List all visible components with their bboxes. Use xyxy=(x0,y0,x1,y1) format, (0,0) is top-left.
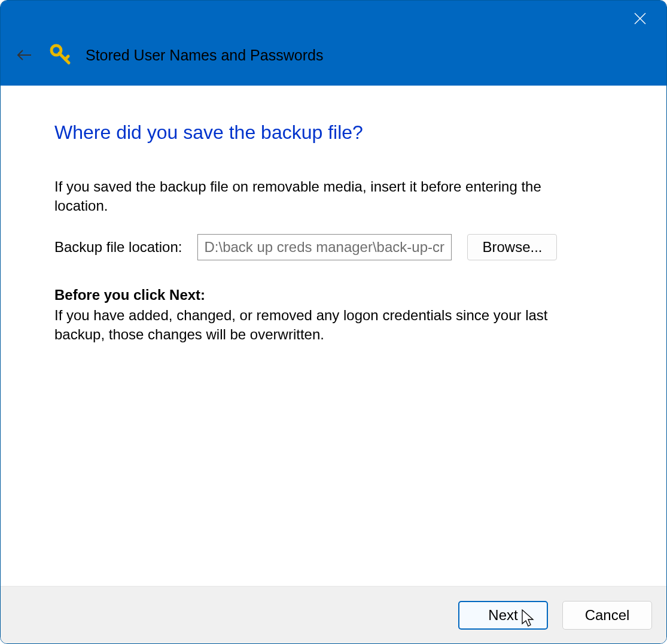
backup-location-input[interactable] xyxy=(197,234,452,260)
warning-title: Before you click Next: xyxy=(54,287,613,303)
cursor-icon xyxy=(522,609,537,627)
next-button-label: Next xyxy=(488,607,517,623)
close-button[interactable] xyxy=(626,4,654,33)
browse-button[interactable]: Browse... xyxy=(467,234,557,260)
page-heading: Where did you save the backup file? xyxy=(54,121,613,144)
header-title: Stored User Names and Passwords xyxy=(86,47,323,64)
wizard-footer: Next Cancel xyxy=(1,586,666,643)
cancel-button[interactable]: Cancel xyxy=(562,601,652,630)
content-area: Where did you save the backup file? If y… xyxy=(1,86,666,586)
next-button[interactable]: Next xyxy=(458,601,548,630)
wizard-window: Stored User Names and Passwords Where di… xyxy=(0,0,667,644)
header-bar: Stored User Names and Passwords xyxy=(1,37,666,86)
svg-marker-6 xyxy=(522,610,533,626)
svg-line-5 xyxy=(65,56,68,59)
back-arrow-icon xyxy=(14,45,35,65)
titlebar xyxy=(1,1,666,37)
back-button[interactable] xyxy=(13,43,36,67)
warning-text: If you have added, changed, or removed a… xyxy=(54,306,593,345)
close-icon xyxy=(633,11,647,26)
instructions-text: If you saved the backup file on removabl… xyxy=(54,177,593,216)
key-icon xyxy=(48,42,74,68)
backup-location-label: Backup file location: xyxy=(54,239,182,256)
backup-location-row: Backup file location: Browse... xyxy=(54,234,613,260)
